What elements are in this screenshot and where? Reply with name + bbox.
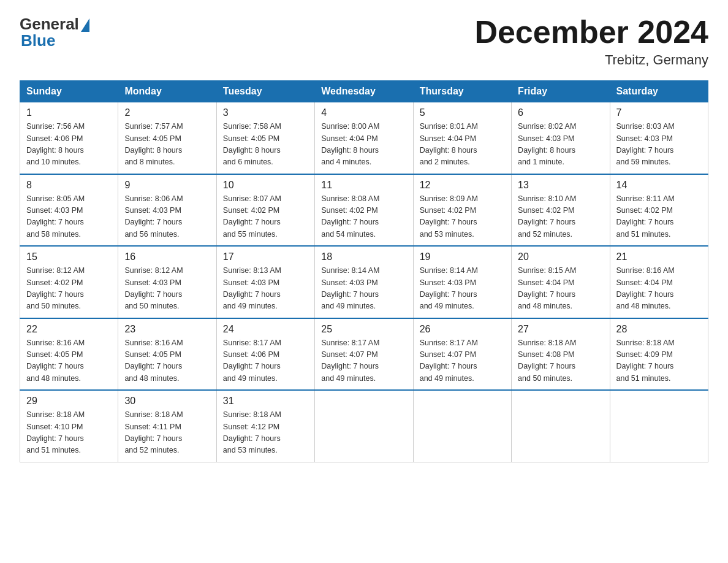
calendar-cell: 20 Sunrise: 8:15 AMSunset: 4:04 PMDaylig… <box>512 246 610 318</box>
col-friday: Friday <box>512 81 610 102</box>
day-info: Sunrise: 8:16 AMSunset: 4:05 PMDaylight:… <box>26 337 112 385</box>
day-number: 25 <box>321 324 406 335</box>
day-number: 10 <box>223 180 308 191</box>
calendar-cell: 28 Sunrise: 8:18 AMSunset: 4:09 PMDaylig… <box>610 318 708 391</box>
day-info: Sunrise: 8:18 AMSunset: 4:08 PMDaylight:… <box>518 337 603 385</box>
day-info: Sunrise: 8:13 AMSunset: 4:03 PMDaylight:… <box>223 265 308 313</box>
col-wednesday: Wednesday <box>315 81 413 102</box>
month-title: December 2024 <box>474 15 708 50</box>
calendar-cell: 15 Sunrise: 8:12 AMSunset: 4:02 PMDaylig… <box>20 246 118 318</box>
calendar-cell <box>512 390 610 462</box>
day-info: Sunrise: 8:02 AMSunset: 4:03 PMDaylight:… <box>518 121 603 169</box>
calendar-week-row: 29 Sunrise: 8:18 AMSunset: 4:10 PMDaylig… <box>20 390 708 462</box>
day-info: Sunrise: 8:00 AMSunset: 4:04 PMDaylight:… <box>321 121 406 169</box>
day-number: 7 <box>616 107 702 118</box>
day-info: Sunrise: 8:16 AMSunset: 4:05 PMDaylight:… <box>124 337 210 385</box>
day-number: 28 <box>616 324 702 335</box>
calendar-cell: 8 Sunrise: 8:05 AMSunset: 4:03 PMDayligh… <box>20 174 118 247</box>
day-number: 31 <box>223 396 308 407</box>
day-number: 2 <box>124 107 210 118</box>
calendar-cell: 1 Sunrise: 7:56 AMSunset: 4:06 PMDayligh… <box>20 102 118 174</box>
day-number: 27 <box>518 324 603 335</box>
day-number: 1 <box>26 107 112 118</box>
day-info: Sunrise: 8:11 AMSunset: 4:02 PMDaylight:… <box>616 193 702 241</box>
day-info: Sunrise: 8:17 AMSunset: 4:07 PMDaylight:… <box>420 337 505 385</box>
calendar-cell: 11 Sunrise: 8:08 AMSunset: 4:02 PMDaylig… <box>315 174 413 247</box>
day-info: Sunrise: 8:03 AMSunset: 4:03 PMDaylight:… <box>616 121 702 169</box>
col-tuesday: Tuesday <box>216 81 314 102</box>
day-number: 19 <box>420 251 505 262</box>
location-text: Trebitz, Germany <box>474 52 708 68</box>
day-number: 21 <box>616 251 702 262</box>
day-info: Sunrise: 8:14 AMSunset: 4:03 PMDaylight:… <box>420 265 505 313</box>
calendar-cell: 31 Sunrise: 8:18 AMSunset: 4:12 PMDaylig… <box>216 390 314 462</box>
day-info: Sunrise: 8:14 AMSunset: 4:03 PMDaylight:… <box>321 265 406 313</box>
day-info: Sunrise: 7:57 AMSunset: 4:05 PMDaylight:… <box>124 121 210 169</box>
day-number: 8 <box>26 180 112 191</box>
calendar-cell: 5 Sunrise: 8:01 AMSunset: 4:04 PMDayligh… <box>413 102 511 174</box>
col-monday: Monday <box>118 81 216 102</box>
day-info: Sunrise: 8:12 AMSunset: 4:02 PMDaylight:… <box>26 265 112 313</box>
calendar-cell: 27 Sunrise: 8:18 AMSunset: 4:08 PMDaylig… <box>512 318 610 391</box>
day-info: Sunrise: 8:18 AMSunset: 4:12 PMDaylight:… <box>223 409 308 457</box>
calendar-cell: 23 Sunrise: 8:16 AMSunset: 4:05 PMDaylig… <box>118 318 216 391</box>
calendar-cell: 3 Sunrise: 7:58 AMSunset: 4:05 PMDayligh… <box>216 102 314 174</box>
calendar-cell: 9 Sunrise: 8:06 AMSunset: 4:03 PMDayligh… <box>118 174 216 247</box>
day-info: Sunrise: 8:18 AMSunset: 4:09 PMDaylight:… <box>616 337 702 385</box>
day-number: 29 <box>26 396 112 407</box>
logo: General Blue <box>20 15 89 50</box>
day-info: Sunrise: 8:16 AMSunset: 4:04 PMDaylight:… <box>616 265 702 313</box>
day-info: Sunrise: 8:06 AMSunset: 4:03 PMDaylight:… <box>124 193 210 241</box>
day-number: 23 <box>124 324 210 335</box>
day-info: Sunrise: 8:01 AMSunset: 4:04 PMDaylight:… <box>420 121 505 169</box>
day-number: 9 <box>124 180 210 191</box>
col-sunday: Sunday <box>20 81 118 102</box>
day-number: 17 <box>223 251 308 262</box>
calendar-cell: 6 Sunrise: 8:02 AMSunset: 4:03 PMDayligh… <box>512 102 610 174</box>
calendar-cell: 4 Sunrise: 8:00 AMSunset: 4:04 PMDayligh… <box>315 102 413 174</box>
day-info: Sunrise: 8:07 AMSunset: 4:02 PMDaylight:… <box>223 193 308 241</box>
day-info: Sunrise: 8:08 AMSunset: 4:02 PMDaylight:… <box>321 193 406 241</box>
day-number: 5 <box>420 107 505 118</box>
calendar-cell: 12 Sunrise: 8:09 AMSunset: 4:02 PMDaylig… <box>413 174 511 247</box>
header-row: Sunday Monday Tuesday Wednesday Thursday… <box>20 81 708 102</box>
calendar-cell: 2 Sunrise: 7:57 AMSunset: 4:05 PMDayligh… <box>118 102 216 174</box>
day-info: Sunrise: 8:18 AMSunset: 4:10 PMDaylight:… <box>26 409 112 457</box>
day-number: 14 <box>616 180 702 191</box>
calendar-week-row: 15 Sunrise: 8:12 AMSunset: 4:02 PMDaylig… <box>20 246 708 318</box>
day-info: Sunrise: 7:58 AMSunset: 4:05 PMDaylight:… <box>223 121 308 169</box>
col-saturday: Saturday <box>610 81 708 102</box>
day-number: 24 <box>223 324 308 335</box>
page-header: General Blue December 2024 Trebitz, Germ… <box>20 15 708 68</box>
calendar-cell: 30 Sunrise: 8:18 AMSunset: 4:11 PMDaylig… <box>118 390 216 462</box>
day-number: 4 <box>321 107 406 118</box>
day-number: 11 <box>321 180 406 191</box>
calendar-cell: 22 Sunrise: 8:16 AMSunset: 4:05 PMDaylig… <box>20 318 118 391</box>
calendar-week-row: 1 Sunrise: 7:56 AMSunset: 4:06 PMDayligh… <box>20 102 708 174</box>
calendar-cell: 21 Sunrise: 8:16 AMSunset: 4:04 PMDaylig… <box>610 246 708 318</box>
day-info: Sunrise: 8:05 AMSunset: 4:03 PMDaylight:… <box>26 193 112 241</box>
calendar-cell: 29 Sunrise: 8:18 AMSunset: 4:10 PMDaylig… <box>20 390 118 462</box>
day-info: Sunrise: 8:17 AMSunset: 4:07 PMDaylight:… <box>321 337 406 385</box>
day-info: Sunrise: 8:18 AMSunset: 4:11 PMDaylight:… <box>124 409 210 457</box>
calendar-cell <box>315 390 413 462</box>
calendar-cell: 26 Sunrise: 8:17 AMSunset: 4:07 PMDaylig… <box>413 318 511 391</box>
day-number: 15 <box>26 251 112 262</box>
calendar-cell: 13 Sunrise: 8:10 AMSunset: 4:02 PMDaylig… <box>512 174 610 247</box>
calendar-cell: 16 Sunrise: 8:12 AMSunset: 4:03 PMDaylig… <box>118 246 216 318</box>
calendar-cell: 18 Sunrise: 8:14 AMSunset: 4:03 PMDaylig… <box>315 246 413 318</box>
day-number: 3 <box>223 107 308 118</box>
calendar-cell: 7 Sunrise: 8:03 AMSunset: 4:03 PMDayligh… <box>610 102 708 174</box>
calendar-cell: 25 Sunrise: 8:17 AMSunset: 4:07 PMDaylig… <box>315 318 413 391</box>
day-number: 20 <box>518 251 603 262</box>
calendar-cell: 17 Sunrise: 8:13 AMSunset: 4:03 PMDaylig… <box>216 246 314 318</box>
calendar-cell: 14 Sunrise: 8:11 AMSunset: 4:02 PMDaylig… <box>610 174 708 247</box>
calendar-week-row: 22 Sunrise: 8:16 AMSunset: 4:05 PMDaylig… <box>20 318 708 391</box>
calendar-cell <box>413 390 511 462</box>
calendar-cell: 19 Sunrise: 8:14 AMSunset: 4:03 PMDaylig… <box>413 246 511 318</box>
day-number: 30 <box>124 396 210 407</box>
calendar-header: Sunday Monday Tuesday Wednesday Thursday… <box>20 81 708 102</box>
calendar-body: 1 Sunrise: 7:56 AMSunset: 4:06 PMDayligh… <box>20 102 708 462</box>
logo-triangle-icon <box>81 18 89 32</box>
calendar-week-row: 8 Sunrise: 8:05 AMSunset: 4:03 PMDayligh… <box>20 174 708 247</box>
